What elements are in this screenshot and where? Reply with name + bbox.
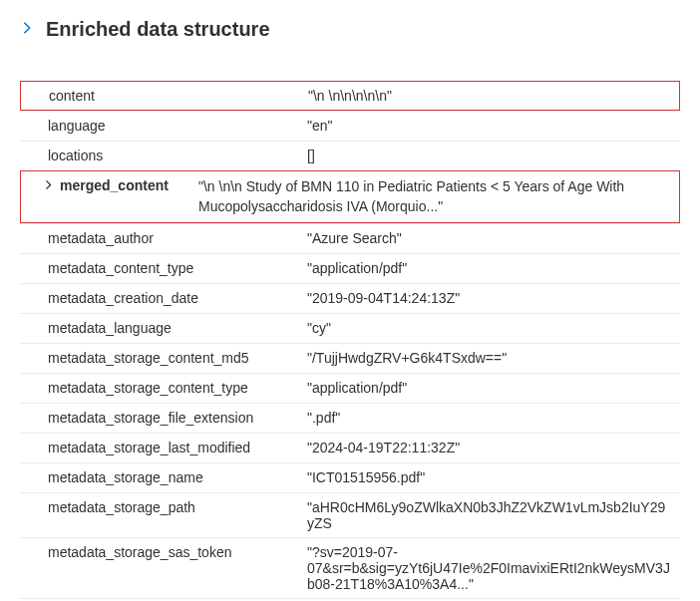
value-label: "2024-04-19T22:11:32Z" [299,438,680,457]
row-metadata-storage-content-type[interactable]: metadata_storage_content_type "applicati… [20,373,680,403]
chevron-right-icon [20,19,34,40]
key-label: content [21,86,300,106]
key-label: metadata_author [20,228,299,248]
key-label: locations [20,146,299,165]
row-metadata-storage-path[interactable]: metadata_storage_path "aHR0cHM6Ly9oZWlka… [20,492,680,537]
row-metadata-author[interactable]: metadata_author "Azure Search" [20,223,680,253]
key-label: metadata_storage_content_md5 [20,348,299,368]
value-label: "\n \n\n Study of BMN 110 in Pediatric P… [190,175,679,218]
value-label: "?sv=2019-07-07&sr=b&sig=yzYt6jU47Ie%2F0… [299,542,680,594]
chevron-right-icon[interactable] [43,177,54,193]
value-label: ".pdf" [299,408,680,428]
value-label: "/TujjHwdgZRV+G6k4TSxdw==" [299,348,680,368]
key-label: metadata_storage_content_type [20,378,299,398]
row-metadata-language[interactable]: metadata_language "cy" [20,313,680,343]
row-metadata-storage-name[interactable]: metadata_storage_name "ICT01515956.pdf" [20,462,680,492]
value-label: "cy" [299,318,680,338]
key-label: metadata_storage_file_extension [20,408,299,428]
key-label: metadata_creation_date [20,288,299,308]
row-content[interactable]: content "\n \n\n\n\n\n" [20,81,680,111]
value-label: [] [299,146,680,165]
row-metadata-storage-file-extension[interactable]: metadata_storage_file_extension ".pdf" [20,403,680,433]
merged-content-key: merged_content [60,177,169,193]
row-metadata-storage-sas-token[interactable]: metadata_storage_sas_token "?sv=2019-07-… [20,537,680,598]
key-label: metadata_content_type [20,258,299,278]
row-language[interactable]: language "en" [20,111,680,141]
key-label: metadata_storage_name [20,467,299,487]
data-table: content "\n \n\n\n\n\n" language "en" lo… [20,81,680,601]
key-label: language [20,116,299,136]
row-metadata-storage-content-md5[interactable]: metadata_storage_content_md5 "/TujjHwdgZ… [20,343,680,373]
value-label: "aHR0cHM6Ly9oZWlkaXN0b3JhZ2VkZW1vLmJsb2I… [299,497,680,533]
value-label: "en" [299,116,680,136]
value-label: "\n \n\n\n\n\n" [300,86,679,106]
key-label: metadata_storage_last_modified [20,438,299,457]
key-label: metadata_storage_path [20,497,299,517]
key-label: metadata_storage_sas_token [20,542,299,562]
row-locations[interactable]: locations [] [20,141,680,170]
key-label: merged_content [21,175,190,195]
section-title: Enriched data structure [46,18,270,41]
value-label: "Azure Search" [299,228,680,248]
value-label: "ICT01515956.pdf" [299,467,680,487]
value-label: "2019-09-04T14:24:13Z" [299,288,680,308]
row-metadata-storage-last-modified[interactable]: metadata_storage_last_modified "2024-04-… [20,433,680,462]
row-metadata-creation-date[interactable]: metadata_creation_date "2019-09-04T14:24… [20,283,680,313]
key-label: metadata_language [20,318,299,338]
value-label: "application/pdf" [299,258,680,278]
section-header[interactable]: Enriched data structure [20,10,680,59]
row-merged-content[interactable]: merged_content "\n \n\n Study of BMN 110… [20,170,680,223]
value-label: "application/pdf" [299,378,680,398]
row-metadata-content-type[interactable]: metadata_content_type "application/pdf" [20,253,680,283]
